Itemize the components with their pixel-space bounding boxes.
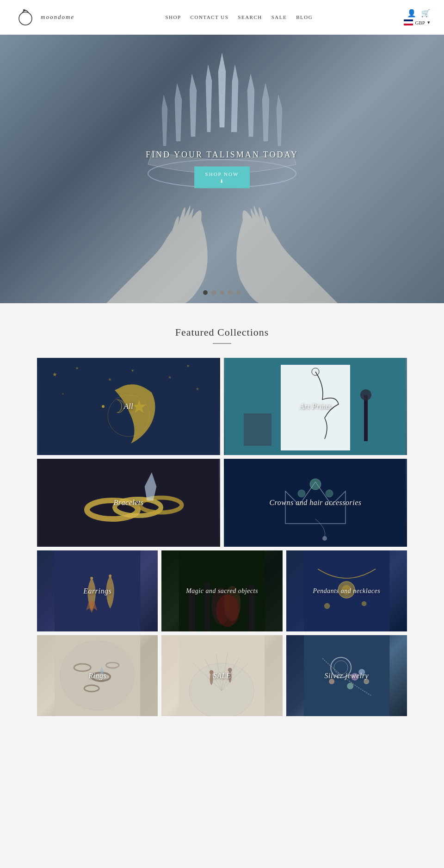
hero-dot-3[interactable] (220, 290, 224, 295)
nav-right: 👤 🛒 GBP ▾ (404, 9, 430, 25)
collection-sale-label: SALE (161, 635, 282, 716)
currency-chevron: ▾ (427, 19, 430, 25)
collection-all-label: All (37, 358, 220, 455)
collection-rings-label: Rings (37, 635, 158, 716)
collection-rings[interactable]: Rings (37, 635, 158, 716)
nav-search[interactable]: SEARCH (238, 14, 262, 20)
hero-cta-label: SHOP NOW (205, 171, 239, 177)
currency-selector[interactable]: GBP ▾ (404, 19, 430, 25)
section-title: Featured Collections (37, 326, 407, 338)
collection-sale[interactable]: SALE (161, 635, 282, 716)
collection-magic-label: Magic and sacred objects (161, 550, 282, 631)
hero-cta-button[interactable]: SHOP NOW ⬇ (194, 167, 250, 188)
hero-text: FIND YOUR TALISMAN TODAY SHOP NOW ⬇ (146, 150, 298, 188)
logo-text: moondome (41, 13, 74, 21)
collection-silver[interactable]: Silver jewelry (286, 635, 407, 716)
hero-cta-icon: ⬇ (205, 179, 239, 184)
collection-earrings-label: Earrings (37, 550, 158, 631)
grid-row-2: Bracelets (37, 459, 407, 547)
section-divider (213, 343, 231, 344)
hero-dot-2[interactable] (211, 290, 216, 295)
nav-sale[interactable]: SALE (271, 14, 287, 20)
logo[interactable]: moondome (14, 6, 74, 29)
collection-pendants[interactable]: Pendants and necklaces (286, 550, 407, 631)
cart-icon[interactable]: 🛒 (421, 9, 430, 18)
hero-section: FIND YOUR TALISMAN TODAY SHOP NOW ⬇ (0, 35, 444, 303)
flag-icon (404, 19, 413, 25)
currency-label: GBP (415, 20, 425, 25)
hero-dot-1[interactable] (203, 290, 208, 295)
hero-dots (203, 290, 241, 295)
collection-silver-label: Silver jewelry (286, 635, 407, 716)
grid-row-3: Earrings (37, 550, 407, 631)
logo-icon (14, 6, 37, 29)
nav-blog[interactable]: BLOG (296, 14, 313, 20)
header: moondome SHOP CONTACT US SEARCH SALE BLO… (0, 0, 444, 35)
collection-pendants-label: Pendants and necklaces (286, 550, 407, 631)
collection-bracelets-label: Bracelets (37, 459, 220, 547)
svg-point-0 (19, 12, 32, 25)
nav-icons: 👤 🛒 (407, 9, 430, 18)
grid-row-4: Rings (37, 635, 407, 716)
collection-art-label: Art Prints (224, 358, 407, 455)
grid-row-1: ★ ★ ★ ★ ★ ★ ★ ★ All (37, 358, 407, 455)
nav-shop[interactable]: SHOP (165, 14, 181, 20)
nav-contact[interactable]: CONTACT US (191, 14, 229, 20)
collection-magic[interactable]: Magic and sacred objects (161, 550, 282, 631)
collection-bracelets[interactable]: Bracelets (37, 459, 220, 547)
collection-crowns-label: Crowns and hair accessories (224, 459, 407, 547)
hero-dot-5[interactable] (236, 290, 241, 295)
collection-earrings[interactable]: Earrings (37, 550, 158, 631)
collections-grid: ★ ★ ★ ★ ★ ★ ★ ★ All (37, 358, 407, 716)
featured-collections: Featured Collections ★ ★ ★ ★ ★ ★ ★ (0, 303, 444, 735)
collection-crowns[interactable]: Crowns and hair accessories (224, 459, 407, 547)
user-icon[interactable]: 👤 (407, 9, 416, 18)
collection-all[interactable]: ★ ★ ★ ★ ★ ★ ★ ★ All (37, 358, 220, 455)
collection-art-prints[interactable]: Art Prints (224, 358, 407, 455)
hero-dot-4[interactable] (228, 290, 233, 295)
nav-links: SHOP CONTACT US SEARCH SALE BLOG (165, 14, 313, 20)
hero-title: FIND YOUR TALISMAN TODAY (146, 150, 298, 160)
